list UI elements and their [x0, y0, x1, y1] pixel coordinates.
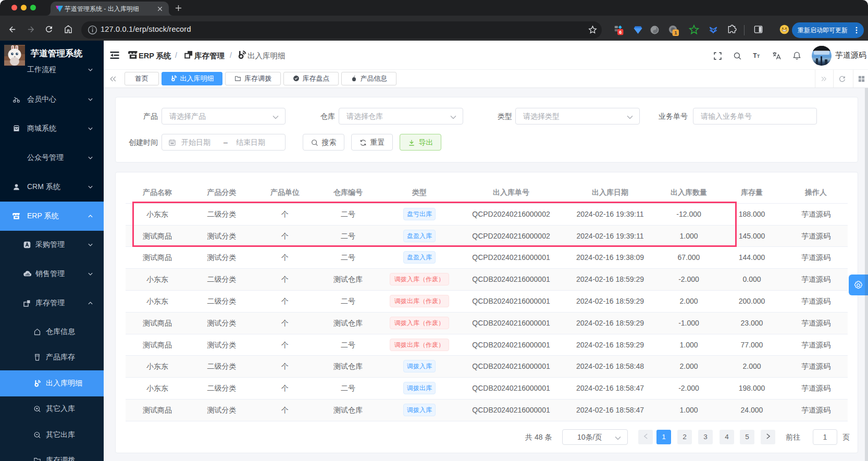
svg-text:6: 6 [619, 30, 622, 35]
svg-text:T: T [757, 54, 760, 59]
svg-text:T: T [753, 52, 757, 59]
svg-text:1: 1 [674, 30, 677, 35]
